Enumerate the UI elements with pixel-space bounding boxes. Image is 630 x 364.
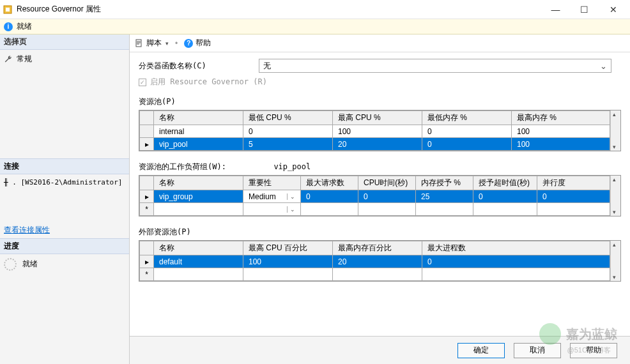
help-button[interactable]: ? 帮助 xyxy=(184,38,211,49)
workload-pool-name: vip_pool xyxy=(273,162,311,171)
row-indicator: ▸ xyxy=(140,255,154,268)
col-dop[interactable]: 并行度 xyxy=(537,176,610,190)
cell-max-req[interactable]: 0 xyxy=(301,190,358,203)
cell-max-cpu[interactable]: 20 xyxy=(333,138,422,151)
col-max-mem[interactable]: 最高内存百分比 xyxy=(333,241,422,255)
cell-min-mem[interactable]: 0 xyxy=(422,125,512,138)
col-name[interactable]: 名称 xyxy=(154,176,243,190)
cell-max-mem[interactable]: 100 xyxy=(512,125,610,138)
view-connection-properties-link[interactable]: 查看连接属性 xyxy=(0,222,129,238)
table-row-new[interactable]: * xyxy=(140,268,610,281)
col-max-cpu[interactable]: 最高 CPU % xyxy=(333,111,422,125)
classifier-combo[interactable]: 无 xyxy=(259,59,611,73)
row-indicator-new: * xyxy=(140,203,154,216)
cell-empty[interactable] xyxy=(473,203,537,216)
classifier-value: 无 xyxy=(263,61,271,72)
connection-header: 连接 xyxy=(0,158,129,174)
spinner-icon xyxy=(4,258,17,271)
cell-empty[interactable] xyxy=(154,268,243,281)
help-button[interactable]: 帮助 xyxy=(570,343,617,358)
cell-empty[interactable] xyxy=(301,203,358,216)
col-max-cpu[interactable]: 最高 CPU 百分比 xyxy=(243,241,333,255)
cell-empty[interactable] xyxy=(358,203,416,216)
minimize-button[interactable]: — xyxy=(541,1,570,19)
cell-max-mem[interactable]: 20 xyxy=(333,255,422,268)
cell-name[interactable]: default xyxy=(154,255,243,268)
table-row[interactable]: internal 0 100 0 100 xyxy=(140,125,610,138)
help-label: 帮助 xyxy=(196,38,211,49)
col-max-mem[interactable]: 最高内存 % xyxy=(512,111,610,125)
cell-cpu-time[interactable]: 0 xyxy=(358,190,416,203)
ok-button[interactable]: 确定 xyxy=(457,343,505,358)
col-min-cpu[interactable]: 最低 CPU % xyxy=(243,111,333,125)
col-name[interactable]: 名称 xyxy=(154,111,243,125)
cell-empty[interactable] xyxy=(243,268,333,281)
col-max-req[interactable]: 最大请求数 xyxy=(301,176,358,190)
col-mem-grant[interactable]: 内存授予 % xyxy=(416,176,473,190)
cell-empty[interactable] xyxy=(333,268,422,281)
enable-rg-label: 启用 Resource Governor (R) xyxy=(150,77,267,87)
col-name[interactable]: 名称 xyxy=(154,241,243,255)
progress-header: 进度 xyxy=(0,238,129,254)
script-dropdown[interactable]: 脚本 xyxy=(135,38,169,49)
vertical-scrollbar[interactable] xyxy=(610,110,620,151)
dialog-button-bar: 确定 取消 帮助 xyxy=(130,336,630,364)
col-max-proc[interactable]: 最大进程数 xyxy=(422,241,610,255)
maximize-button[interactable]: ☐ xyxy=(570,1,599,19)
cell-dop[interactable]: 0 xyxy=(537,190,610,203)
col-importance[interactable]: 重要性 xyxy=(243,176,301,190)
ext-section-label: 外部资源池(P) xyxy=(139,227,621,238)
classifier-label: 分类器函数名称(C) xyxy=(139,61,254,72)
status-text: 就绪 xyxy=(17,21,32,32)
window-title: Resource Governor 属性 xyxy=(17,4,541,15)
script-icon xyxy=(135,39,144,48)
cell-empty[interactable] xyxy=(422,268,610,281)
cell-min-cpu[interactable]: 0 xyxy=(243,125,333,138)
cell-name[interactable]: internal xyxy=(154,125,243,138)
cell-max-cpu[interactable]: 100 xyxy=(333,125,422,138)
sidebar-item-general[interactable]: 常规 xyxy=(4,52,125,66)
select-page-header: 选择页 xyxy=(0,34,129,50)
cell-mem-grant[interactable]: 25 xyxy=(416,190,473,203)
pool-grid[interactable]: 名称 最低 CPU % 最高 CPU % 最低内存 % 最高内存 % inter… xyxy=(139,110,610,151)
close-button[interactable]: ✕ xyxy=(599,1,627,19)
chevron-down-icon[interactable]: ⌄ xyxy=(287,206,295,213)
app-icon xyxy=(3,4,13,15)
table-row[interactable]: ▸ vip_group Medium⌄ 0 0 25 0 0 xyxy=(140,190,610,203)
chevron-down-icon[interactable]: ⌄ xyxy=(287,193,295,200)
col-min-mem[interactable]: 最低内存 % xyxy=(422,111,512,125)
table-row-new[interactable]: * ⌄ xyxy=(140,203,610,216)
cell-grant-timeout[interactable]: 0 xyxy=(473,190,537,203)
cell-empty[interactable] xyxy=(154,203,243,216)
cell-importance[interactable]: Medium⌄ xyxy=(243,190,301,203)
ext-grid[interactable]: 名称 最高 CPU 百分比 最高内存百分比 最大进程数 ▸ default 10… xyxy=(139,241,610,281)
progress-area: 就绪 xyxy=(0,254,129,275)
col-grant-timeout[interactable]: 授予超时值(秒) xyxy=(473,176,537,190)
cell-name[interactable]: vip_pool xyxy=(154,138,243,151)
vertical-scrollbar[interactable] xyxy=(610,241,620,281)
workload-grid[interactable]: 名称 重要性 最大请求数 CPU时间(秒) 内存授予 % 授予超时值(秒) 并行… xyxy=(139,176,610,216)
toolbar: 脚本 • ? 帮助 xyxy=(130,34,630,52)
table-row[interactable]: ▸ default 100 20 0 xyxy=(140,255,610,268)
cell-importance-empty[interactable]: ⌄ xyxy=(243,203,301,216)
row-indicator-new: * xyxy=(140,268,154,281)
row-header-blank xyxy=(140,111,154,125)
enable-rg-checkbox[interactable]: ✓ xyxy=(139,79,146,86)
cell-max-cpu[interactable]: 100 xyxy=(243,255,333,268)
row-header-blank xyxy=(140,176,154,190)
cell-min-mem[interactable]: 0 xyxy=(422,138,512,151)
status-bar: i 就绪 xyxy=(0,19,630,34)
table-row[interactable]: ▸ vip_pool 5 20 0 100 xyxy=(140,138,610,151)
col-cpu-time[interactable]: CPU时间(秒) xyxy=(358,176,416,190)
vertical-scrollbar[interactable] xyxy=(610,176,620,216)
row-header-blank xyxy=(140,241,154,255)
cell-max-proc[interactable]: 0 xyxy=(422,255,610,268)
pool-section-label: 资源池(P) xyxy=(139,96,621,107)
cell-name[interactable]: vip_group xyxy=(154,190,243,203)
cell-empty[interactable] xyxy=(416,203,473,216)
cancel-button[interactable]: 取消 xyxy=(514,343,561,358)
connection-value: . [WS2016-2\Administrator] xyxy=(12,178,122,186)
cell-empty[interactable] xyxy=(537,203,610,216)
cell-min-cpu[interactable]: 5 xyxy=(243,138,333,151)
cell-max-mem[interactable]: 100 xyxy=(512,138,610,151)
